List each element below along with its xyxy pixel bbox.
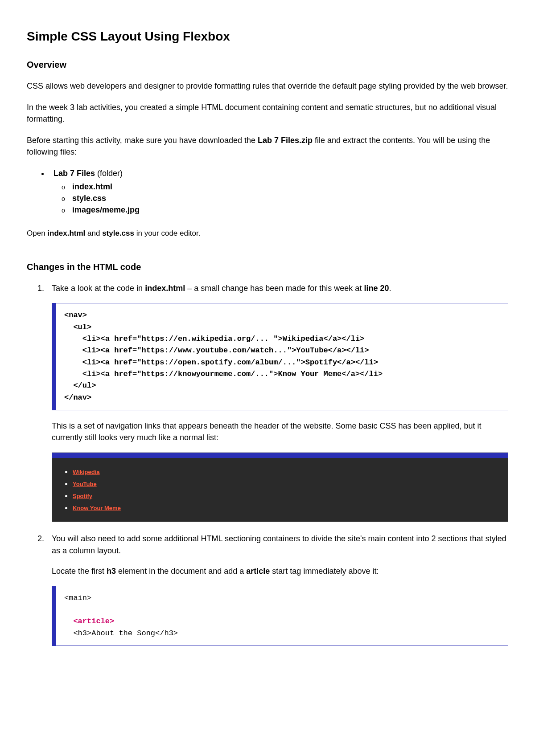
overview-p3: Before starting this activity, make sure…: [27, 135, 508, 158]
file-item: images/meme.jpg: [72, 204, 508, 216]
list-item: Wikipedia: [73, 466, 497, 477]
page-title: Simple CSS Layout Using Flexbox: [27, 28, 508, 46]
open-instructions: Open index.html and style.css in your co…: [27, 228, 508, 239]
file-item: index.html: [72, 181, 508, 192]
nav-preview-screenshot: Wikipedia YouTube Spotify Know Your Meme: [52, 452, 508, 522]
step-1: Take a look at the code in index.html – …: [46, 282, 508, 522]
list-item: Spotify: [73, 490, 497, 501]
code-block-article: <main> <article> <h3>About the Song</h3>: [52, 586, 508, 646]
changes-heading: Changes in the HTML code: [27, 261, 508, 274]
code-block-nav: <nav> <ul> <li><a href="https://en.wikip…: [52, 303, 508, 410]
nav-link-youtube[interactable]: YouTube: [73, 481, 97, 487]
step-2: You will also need to add some additiona…: [46, 533, 508, 646]
list-item: YouTube: [73, 478, 497, 489]
list-item: Know Your Meme: [73, 502, 497, 513]
nav-link-wikipedia[interactable]: Wikipedia: [73, 469, 100, 475]
file-list: Lab 7 Files (folder) index.html style.cs…: [27, 168, 508, 216]
nav-link-spotify[interactable]: Spotify: [73, 493, 92, 499]
folder-item: Lab 7 Files (folder) index.html style.cs…: [49, 168, 508, 216]
overview-heading: Overview: [27, 58, 508, 71]
step2-p1: You will also need to add some additiona…: [52, 533, 508, 556]
nav-link-knowyourmeme[interactable]: Know Your Meme: [73, 505, 121, 511]
overview-p1: CSS allows web developers and designer t…: [27, 80, 508, 92]
step1-after-text: This is a set of navigation links that a…: [52, 420, 508, 443]
steps-list: Take a look at the code in index.html – …: [27, 282, 508, 646]
file-item: style.css: [72, 192, 508, 204]
step1-text: Take a look at the code in index.html – …: [52, 282, 508, 294]
step2-p2: Locate the first h3 element in the docum…: [52, 565, 508, 577]
screenshot-header-bar: [52, 453, 508, 458]
overview-p2: In the week 3 lab activities, you create…: [27, 102, 508, 125]
